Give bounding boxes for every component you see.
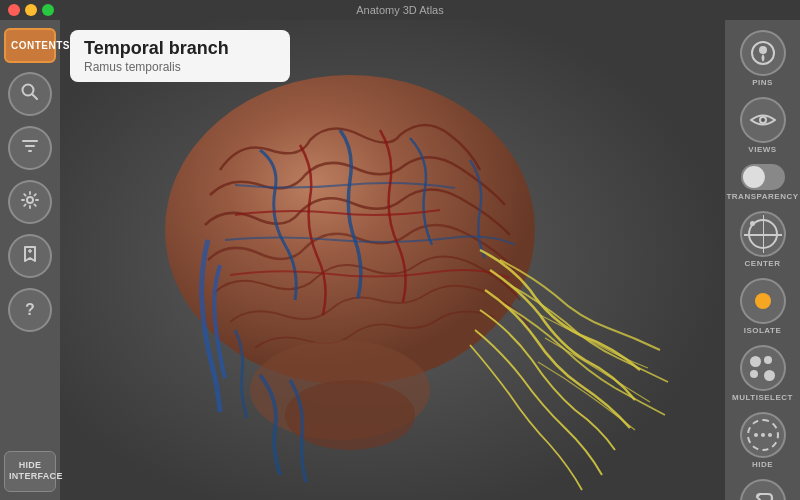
fullscreen-button[interactable]	[42, 4, 54, 16]
undo-group: UNDO	[725, 475, 800, 500]
minimize-button[interactable]	[25, 4, 37, 16]
transparency-group: TRANSPARENCY	[725, 160, 800, 205]
views-label: VIEWS	[748, 145, 776, 154]
svg-point-8	[285, 380, 415, 450]
hide-interface-button[interactable]: HIDEINTERFACE	[4, 451, 56, 492]
views-button[interactable]	[740, 97, 786, 143]
hide-dashed-icon	[747, 419, 779, 451]
contents-button[interactable]: CONTENTS	[4, 28, 56, 63]
right-sidebar: PINS VIEWS TRANSPARENCY	[725, 20, 800, 500]
hide-interface-label: HIDEINTERFACE	[9, 460, 63, 482]
hide-button[interactable]	[740, 412, 786, 458]
svg-point-12	[761, 118, 765, 122]
multiselect-label: MULTISELECT	[732, 393, 793, 402]
brain-viewport[interactable]: Temporal branch Ramus temporalis	[60, 20, 725, 500]
toggle-knob	[743, 166, 765, 188]
transparency-toggle[interactable]	[741, 164, 785, 190]
brain-3d-view	[60, 20, 725, 500]
title-bar: Anatomy 3D Atlas	[0, 0, 800, 20]
pins-group: PINS	[725, 26, 800, 91]
isolate-button[interactable]	[740, 278, 786, 324]
help-button[interactable]: ?	[8, 288, 52, 332]
crosshair-icon	[748, 219, 778, 249]
hide-label: HIDE	[752, 460, 773, 469]
anatomy-subtitle: Ramus temporalis	[84, 60, 276, 74]
undo-button[interactable]	[740, 479, 786, 500]
anatomy-title: Temporal branch	[84, 38, 276, 59]
isolate-label: ISOLATE	[744, 326, 782, 335]
multiselect-button[interactable]	[740, 345, 786, 391]
svg-point-2	[27, 197, 33, 203]
multiselect-group: MULTISELECT	[725, 341, 800, 406]
isolate-group: ISOLATE	[725, 274, 800, 339]
settings-button[interactable]	[8, 180, 52, 224]
hide-group: HIDE	[725, 408, 800, 473]
svg-line-1	[33, 94, 38, 99]
pins-button[interactable]	[740, 30, 786, 76]
app-title: Anatomy 3D Atlas	[356, 4, 443, 16]
pins-label: PINS	[752, 78, 773, 87]
search-button[interactable]	[8, 72, 52, 116]
undo-icon	[750, 489, 776, 500]
pin-icon	[750, 40, 776, 66]
close-button[interactable]	[8, 4, 20, 16]
left-sidebar: CONTENTS	[0, 20, 60, 500]
filter-button[interactable]	[8, 126, 52, 170]
isolate-dot-icon	[755, 293, 771, 309]
main-content: CONTENTS	[0, 20, 800, 500]
bookmark-button[interactable]	[8, 234, 52, 278]
search-icon	[20, 82, 40, 107]
filter-icon	[20, 136, 40, 161]
center-button[interactable]	[740, 211, 786, 257]
settings-icon	[20, 190, 40, 215]
title-card: Temporal branch Ramus temporalis	[70, 30, 290, 82]
center-area: Temporal branch Ramus temporalis	[60, 20, 725, 500]
bookmark-icon	[20, 244, 40, 269]
help-icon: ?	[25, 301, 35, 319]
multiselect-icon	[750, 356, 775, 381]
transparency-label: TRANSPARENCY	[726, 192, 798, 201]
views-group: VIEWS	[725, 93, 800, 158]
eye-icon	[750, 110, 776, 130]
center-group: CENTER	[725, 207, 800, 272]
center-label: CENTER	[745, 259, 781, 268]
traffic-lights	[8, 4, 54, 16]
svg-point-10	[759, 46, 767, 54]
